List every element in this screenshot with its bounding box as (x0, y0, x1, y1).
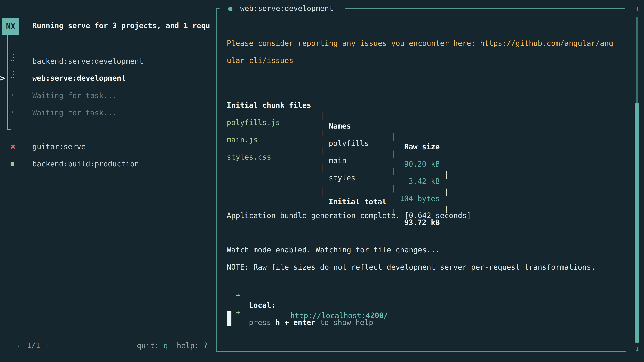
task-label[interactable]: backend:build:production (32, 159, 139, 169)
arrow-right-icon: → (236, 307, 240, 317)
scroll-down-icon[interactable]: ↓ (632, 344, 642, 353)
pending-dot-icon (12, 94, 13, 95)
page-indicator: 1/1 (27, 341, 40, 350)
app-header-title: Running serve for 3 projects, and 1 requ (32, 20, 214, 31)
pipe: | (320, 110, 324, 121)
pipe: | (391, 148, 396, 159)
issues-notice-line1: Please consider reporting any issues you… (227, 38, 613, 48)
terminal-cursor (227, 311, 232, 326)
chunk-name: polyfills (329, 138, 368, 148)
pipe: | (320, 162, 324, 173)
chunk-name: main (329, 155, 346, 166)
panel-border-left (216, 8, 217, 352)
total-label: Initial total (329, 197, 386, 207)
failed-x-icon (10, 144, 16, 149)
chunk-size: 3.42 kB (396, 176, 440, 187)
page-next-button[interactable]: → (44, 341, 49, 350)
task-label[interactable]: backend:serve:development (32, 56, 144, 66)
task-tree-line (8, 35, 11, 130)
panel-border-top (345, 8, 626, 9)
pipe: | (391, 131, 396, 142)
bundle-complete-line: Application bundle generation complete. … (227, 210, 471, 221)
local-label: Local: (249, 300, 276, 310)
task-label[interactable]: Waiting for task... (32, 108, 117, 118)
pipe: | (320, 128, 324, 138)
spinner-icon (10, 54, 14, 61)
col-rawsize-header: Raw size (396, 142, 440, 152)
pipe: | (320, 186, 324, 197)
scroll-up-icon[interactable]: ↑ (632, 4, 642, 13)
help-key: ? (203, 341, 208, 350)
success-square-icon (10, 162, 14, 166)
keyboard-hints: quit:qhelp:? (128, 330, 208, 340)
pipe: | (391, 183, 396, 193)
chunk-total-row: | Initial total | 93.72 kB (227, 176, 254, 186)
note-line: NOTE: Raw file sizes do not reflect deve… (227, 262, 596, 272)
panel-border-bottom (216, 351, 626, 352)
issues-notice-line2: ular-cli/issues (227, 55, 293, 66)
pagination: ←1/1→ (9, 330, 53, 340)
chunk-row-styles: styles.css | styles | 104 bytes | (227, 141, 254, 152)
chunk-row-polyfills: polyfills.js | polyfills | 90.20 kB | (227, 107, 254, 117)
local-url-line: → Local: http://localhost:4200/ (227, 279, 244, 290)
pipe: | (444, 187, 448, 197)
chunk-row-main: main.js | main | 3.42 kB | (227, 124, 254, 135)
scrollbar-track[interactable] (636, 17, 638, 103)
scrollbar-thumb[interactable] (634, 103, 639, 343)
nx-logo-badge: NX (2, 18, 19, 35)
selected-task-chevron-icon: > (0, 73, 5, 83)
pipe: | (320, 145, 324, 155)
pipe: | (444, 169, 448, 180)
chunk-table-header: Initial chunk files | Names | Raw size (227, 90, 254, 100)
quit-hint-label: quit: (137, 341, 159, 350)
col-names-header: Names (329, 121, 351, 131)
panel-title: web:serve:development (240, 3, 334, 13)
help-hint-label: help: (177, 341, 199, 350)
press-help-text: press h + enter to show help (249, 317, 373, 328)
task-label[interactable]: Waiting for task... (32, 90, 117, 101)
press-keys: h + enter (276, 318, 316, 327)
running-bullet-icon (228, 7, 232, 11)
task-label-selected[interactable]: web:serve:development (32, 73, 126, 83)
nx-terminal-ui: { "app": { "brand": "NX", "header": "Run… (0, 0, 644, 362)
press-suffix: to show help (316, 318, 373, 327)
pipe: | (391, 166, 396, 176)
help-hint-line: → press h + enter to show help (227, 297, 244, 307)
chunk-size: 90.20 kB (396, 159, 440, 169)
panel-border-top-stub (216, 8, 220, 9)
watch-mode-line: Watch mode enabled. Watching for file ch… (227, 245, 440, 255)
chunk-size: 104 bytes (396, 193, 440, 204)
spinner-icon (10, 71, 14, 78)
chunk-file: styles.css (227, 152, 271, 162)
pending-dot-icon (12, 111, 13, 113)
task-label[interactable]: guitar:serve (32, 141, 86, 152)
page-prev-button[interactable]: ← (18, 341, 22, 350)
quit-key: q (163, 341, 168, 350)
chunk-name: styles (329, 173, 355, 183)
url-suffix[interactable]: / (384, 311, 388, 320)
press-prefix: press (249, 318, 276, 327)
